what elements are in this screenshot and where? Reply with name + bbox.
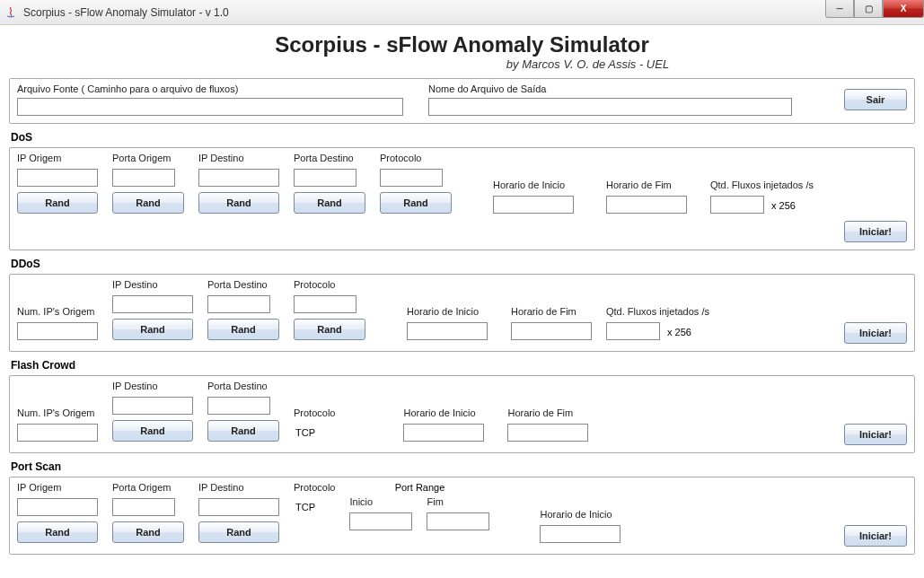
app-title: Scorpius - sFlow Anomaly Simulator [9,32,915,57]
ddos-ip-destino-rand-button[interactable]: Rand [112,319,193,340]
ddos-porta-destino-input[interactable] [207,295,270,313]
dos-h-fim-label: Horario de Fim [606,180,687,190]
source-file-label: Arquivo Fonte ( Caminho para o arquivo d… [17,83,403,94]
dos-ip-destino-rand-button[interactable]: Rand [198,192,279,214]
dos-porta-origem-rand-button[interactable]: Rand [112,192,184,214]
ddos-panel: Num. IP's Origem IP Destino Rand Porta D… [9,274,915,352]
ddos-title: DDoS [9,258,915,270]
dos-qtd-label: Qtd. Fluxos injetados /s [710,180,814,190]
ps-ip-destino-rand-button[interactable]: Rand [198,521,279,543]
file-panel: Arquivo Fonte ( Caminho para o arquivo d… [9,78,915,124]
flash-panel: Num. IP's Origem IP Destino Rand Porta D… [9,375,915,453]
dos-ip-origem-input[interactable] [17,169,98,187]
exit-button[interactable]: Sair [844,89,907,110]
minimize-button[interactable]: ─ [825,0,854,18]
portscan-panel: IP Origem Rand Porta Origem Rand IP Dest… [9,477,915,555]
dos-ip-destino-label: IP Destino [198,153,279,163]
dos-porta-destino-input[interactable] [294,169,356,187]
flash-protocolo-label: Protocolo [294,407,335,418]
flash-porta-destino-label: Porta Destino [207,381,279,391]
dos-h-inicio-input[interactable] [493,196,574,214]
flash-num-ips-label: Num. IP's Origem [17,407,98,418]
flash-ip-destino-label: IP Destino [112,381,193,391]
flash-title: Flash Crowd [9,359,915,372]
portscan-title: Port Scan [9,460,915,473]
ddos-h-fim-input[interactable] [511,322,592,340]
output-file-label: Nome do Arquivo de Saída [428,83,792,94]
flash-porta-destino-input[interactable] [207,397,270,415]
app-header: Scorpius - sFlow Anomaly Simulator by Ma… [9,29,915,73]
ddos-qtd-input[interactable] [606,322,660,340]
dos-protocolo-rand-button[interactable]: Rand [380,192,452,214]
dos-title: DoS [9,131,915,144]
ddos-porta-destino-label: Porta Destino [207,279,279,290]
dos-panel: IP Origem Rand Porta Origem Rand IP Dest… [9,147,915,250]
app-subtitle: by Marcos V. O. de Assis - UEL [9,57,915,71]
flash-ip-destino-rand-button[interactable]: Rand [112,420,193,442]
ps-ip-origem-label: IP Origem [17,482,98,493]
ddos-num-ips-input[interactable] [17,322,98,340]
flash-h-fim-input[interactable] [507,424,588,442]
dos-ip-origem-rand-button[interactable]: Rand [17,192,98,214]
close-button[interactable]: X [883,0,924,18]
dos-start-button[interactable]: Iniciar! [844,221,907,242]
flash-h-inicio-label: Horario de Inicio [403,407,484,418]
maximize-button[interactable]: ▢ [854,0,883,18]
source-file-input[interactable] [17,98,403,116]
dos-porta-destino-rand-button[interactable]: Rand [294,192,365,214]
ddos-ip-destino-input[interactable] [112,295,193,313]
dos-protocolo-input[interactable] [380,169,443,187]
ps-inicio-input[interactable] [349,512,412,530]
ddos-porta-destino-rand-button[interactable]: Rand [207,319,279,340]
ps-porta-origem-rand-button[interactable]: Rand [112,521,184,543]
flash-protocolo-value: TCP [294,424,335,442]
ps-inicio-label: Inicio [349,496,412,507]
ddos-protocolo-rand-button[interactable]: Rand [294,319,365,340]
ddos-start-button[interactable]: Iniciar! [844,322,907,344]
ps-fim-label: Fim [427,496,489,507]
ddos-ip-destino-label: IP Destino [112,279,193,290]
dos-porta-origem-label: Porta Origem [112,153,184,163]
dos-h-fim-input[interactable] [606,196,687,214]
dos-h-inicio-label: Horario de Inicio [493,180,574,190]
output-file-input[interactable] [428,98,792,116]
ps-protocolo-label: Protocolo [294,482,335,493]
flash-porta-destino-rand-button[interactable]: Rand [207,420,279,442]
ps-port-range-label: Port Range [349,482,489,496]
ddos-h-inicio-label: Horario de Inicio [407,306,488,317]
ddos-protocolo-input[interactable] [294,295,356,313]
dos-qtd-input[interactable] [710,196,764,214]
flash-h-inicio-input[interactable] [403,424,484,442]
dos-ip-origem-label: IP Origem [17,153,98,163]
ddos-protocolo-label: Protocolo [294,279,365,290]
flash-num-ips-input[interactable] [17,424,98,442]
java-icon [4,5,18,20]
flash-ip-destino-input[interactable] [112,397,193,415]
ps-ip-destino-label: IP Destino [198,482,279,493]
ddos-h-fim-label: Horario de Fim [511,306,592,317]
dos-porta-destino-label: Porta Destino [294,153,365,163]
ps-protocolo-value: TCP [294,498,335,516]
dos-protocolo-label: Protocolo [380,153,452,163]
ddos-num-ips-label: Num. IP's Origem [17,306,98,317]
ps-h-inicio-label: Horario de Inicio [540,509,620,520]
ps-porta-origem-input[interactable] [112,498,175,516]
ps-fim-input[interactable] [427,512,489,530]
dos-porta-origem-input[interactable] [112,169,175,187]
flash-start-button[interactable]: Iniciar! [844,424,907,445]
flash-h-fim-label: Horario de Fim [507,407,588,418]
window-titlebar: Scorpius - sFlow Anomaly Simulator - v 1… [0,0,924,25]
dos-x256-label: x 256 [768,200,796,214]
ps-ip-origem-input[interactable] [17,498,98,516]
ps-ip-origem-rand-button[interactable]: Rand [17,521,98,543]
window-title: Scorpius - sFlow Anomaly Simulator - v 1… [23,6,229,19]
ddos-h-inicio-input[interactable] [407,322,488,340]
ps-ip-destino-input[interactable] [198,498,279,516]
ddos-x256-label: x 256 [664,327,691,340]
ps-porta-origem-label: Porta Origem [112,482,184,493]
ddos-qtd-label: Qtd. Fluxos injetados /s [606,306,709,317]
portscan-start-button[interactable]: Iniciar! [844,525,907,547]
dos-ip-destino-input[interactable] [198,169,279,187]
ps-h-inicio-input[interactable] [540,525,620,543]
